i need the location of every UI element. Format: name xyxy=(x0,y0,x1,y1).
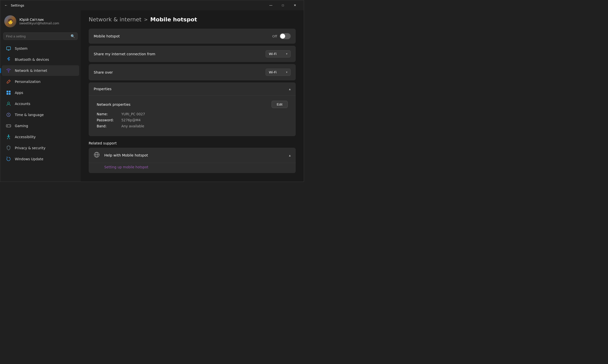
titlebar-left: ← Settings xyxy=(3,2,24,8)
share-connection-section: Share my internet connection from Wi-Fi … xyxy=(89,46,296,62)
breadcrumb: Network & internet > Mobile hotspot xyxy=(89,16,296,23)
share-connection-value: Wi-Fi xyxy=(269,52,277,56)
sidebar-label-personalization: Personalization xyxy=(15,80,40,84)
user-section: 🧑 Юрій Світлик sweetlikyuri@hotmail.com xyxy=(0,12,81,32)
titlebar-controls: — □ ✕ xyxy=(265,1,301,9)
svg-point-3 xyxy=(8,72,9,72)
sidebar-label-gaming: Gaming xyxy=(15,124,28,128)
user-info: Юрій Світлик sweetlikyuri@hotmail.com xyxy=(19,18,59,25)
name-value: YURI_PC 0027 xyxy=(121,112,145,116)
sidebar-label-time: Time & language xyxy=(15,113,44,117)
help-header[interactable]: Help with Mobile hotspot ▴ xyxy=(89,148,296,163)
system-icon xyxy=(6,46,11,51)
titlebar: ← Settings — □ ✕ xyxy=(0,0,304,10)
gaming-icon xyxy=(6,123,11,129)
minimize-button[interactable]: — xyxy=(265,1,277,9)
hotspot-row: Mobile hotspot Off xyxy=(89,29,296,44)
back-button[interactable]: ← xyxy=(3,2,9,8)
network-props-title: Network properties xyxy=(97,102,130,107)
svg-rect-5 xyxy=(9,91,11,92)
share-over-section: Share over Wi-Fi ▾ xyxy=(89,64,296,80)
privacy-icon xyxy=(6,145,11,151)
toggle-thumb xyxy=(280,34,285,39)
update-icon xyxy=(6,156,11,162)
share-over-value: Wi-Fi xyxy=(269,70,277,74)
help-link[interactable]: Setting up mobile hotspot xyxy=(104,165,148,169)
sidebar-item-bluetooth[interactable]: Bluetooth & devices xyxy=(2,54,79,65)
user-email: sweetlikyuri@hotmail.com xyxy=(19,22,59,25)
breadcrumb-current: Mobile hotspot xyxy=(150,16,197,23)
network-props-header: Network properties Edit xyxy=(97,101,288,108)
breadcrumb-parent: Network & internet xyxy=(89,16,141,23)
globe-icon xyxy=(94,152,101,159)
sidebar-item-system[interactable]: System xyxy=(2,43,79,54)
sidebar-label-bluetooth: Bluetooth & devices xyxy=(15,58,49,62)
search-input[interactable] xyxy=(6,34,69,38)
password-key: Password: xyxy=(97,118,119,122)
sidebar-item-gaming[interactable]: Gaming xyxy=(2,121,79,131)
sidebar-label-apps: Apps xyxy=(15,91,23,95)
sidebar: 🧑 Юрій Світлик sweetlikyuri@hotmail.com … xyxy=(0,10,81,182)
help-chevron-icon: ▴ xyxy=(289,153,291,157)
network-icon xyxy=(6,68,11,73)
content-area: Network & internet > Mobile hotspot Mobi… xyxy=(81,10,304,182)
edit-button[interactable]: Edit xyxy=(272,101,288,108)
chevron-down-icon: ▾ xyxy=(286,52,287,56)
share-connection-dropdown[interactable]: Wi-Fi ▾ xyxy=(266,50,291,58)
sidebar-label-accounts: Accounts xyxy=(15,102,30,106)
search-icon: 🔍 xyxy=(71,34,75,38)
search-box[interactable]: 🔍 xyxy=(3,32,78,40)
close-button[interactable]: ✕ xyxy=(289,1,301,9)
svg-rect-6 xyxy=(7,93,8,95)
avatar: 🧑 xyxy=(4,15,16,27)
svg-point-8 xyxy=(8,102,10,104)
breadcrumb-arrow: > xyxy=(144,17,148,22)
share-connection-row: Share my internet connection from Wi-Fi … xyxy=(89,46,296,62)
share-over-row: Share over Wi-Fi ▾ xyxy=(89,64,296,80)
user-name: Юрій Світлик xyxy=(19,18,59,22)
sidebar-label-privacy: Privacy & security xyxy=(15,146,45,150)
password-value: 5276p@M4 xyxy=(121,118,141,122)
svg-point-14 xyxy=(10,126,10,126)
sidebar-item-network[interactable]: Network & internet xyxy=(2,65,79,76)
sidebar-label-network: Network & internet xyxy=(15,69,47,73)
apps-icon xyxy=(6,90,11,95)
password-row: Password: 5276p@M4 xyxy=(97,118,288,122)
sidebar-item-time[interactable]: Time & language xyxy=(2,110,79,120)
sidebar-item-accounts[interactable]: Accounts xyxy=(2,98,79,109)
svg-point-15 xyxy=(8,135,9,136)
share-over-dropdown[interactable]: Wi-Fi ▾ xyxy=(266,69,291,76)
sidebar-label-system: System xyxy=(15,46,27,50)
sidebar-item-personalization[interactable]: Personalization xyxy=(2,76,79,87)
accessibility-icon xyxy=(6,134,11,140)
properties-label: Properties xyxy=(94,87,112,91)
time-icon xyxy=(6,112,11,118)
hotspot-toggle-container: Off xyxy=(272,33,291,39)
maximize-button[interactable]: □ xyxy=(277,1,289,9)
hotspot-toggle[interactable] xyxy=(280,33,291,39)
sidebar-item-update[interactable]: Windows Update xyxy=(2,154,79,164)
band-value: Any available xyxy=(121,124,144,128)
help-body: Setting up mobile hotspot xyxy=(89,163,296,173)
share-over-label: Share over xyxy=(94,70,113,74)
sidebar-label-accessibility: Accessibility xyxy=(15,135,36,139)
properties-chevron-icon: ▴ xyxy=(289,87,291,91)
svg-rect-0 xyxy=(7,47,11,50)
share-connection-label: Share my internet connection from xyxy=(94,52,155,56)
accounts-icon xyxy=(6,101,11,107)
svg-rect-4 xyxy=(7,91,8,92)
properties-header[interactable]: Properties ▴ xyxy=(89,82,296,95)
sidebar-item-apps[interactable]: Apps xyxy=(2,87,79,98)
personalization-icon xyxy=(6,79,11,84)
chevron-down-icon-2: ▾ xyxy=(286,71,287,74)
bluetooth-icon xyxy=(6,57,11,62)
svg-rect-7 xyxy=(9,93,11,95)
help-header-left: Help with Mobile hotspot xyxy=(94,152,148,159)
main-layout: 🧑 Юрій Світлик sweetlikyuri@hotmail.com … xyxy=(0,10,304,182)
svg-rect-10 xyxy=(6,125,11,127)
properties-section: Properties ▴ Network properties Edit Nam… xyxy=(89,82,296,136)
related-support: Related support Help with Mobile xyxy=(89,141,296,173)
sidebar-item-privacy[interactable]: Privacy & security xyxy=(2,143,79,153)
name-key: Name: xyxy=(97,112,119,116)
sidebar-item-accessibility[interactable]: Accessibility xyxy=(2,132,79,142)
